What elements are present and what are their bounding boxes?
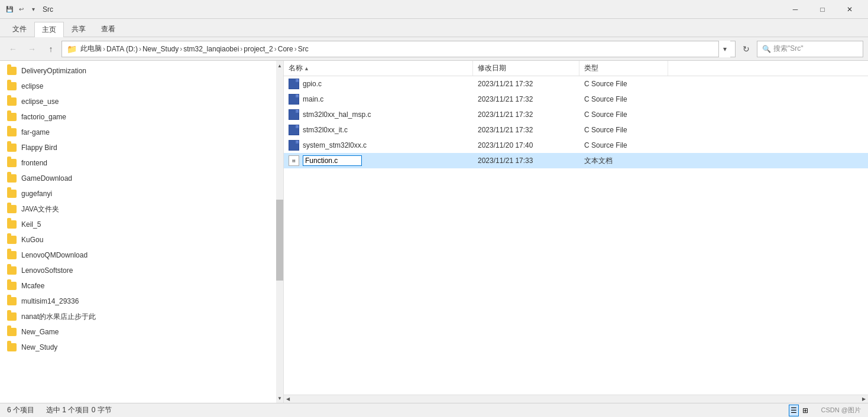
file-cell-type-hal-msp: C Source File — [579, 107, 668, 122]
sidebar-scroll-up[interactable]: ▲ — [276, 61, 283, 70]
sidebar-scroll-thumb[interactable] — [276, 200, 283, 281]
path-project[interactable]: project_2 — [244, 45, 273, 53]
sidebar-label-15: multisim14_29336 — [21, 297, 79, 305]
sidebar-scroll-down[interactable]: ▼ — [276, 393, 283, 403]
address-dropdown-button[interactable]: ▾ — [718, 41, 730, 57]
tab-file[interactable]: 文件 — [5, 21, 34, 37]
folder-icon-8 — [7, 190, 17, 198]
file-cell-name-hal-msp: stm32l0xx_hal_msp.c — [284, 107, 473, 122]
file-row-hal-msp[interactable]: stm32l0xx_hal_msp.c 2023/11/21 17:32 C S… — [284, 107, 868, 122]
sidebar-item-gamedownload[interactable]: GameDownload — [0, 171, 283, 186]
status-selected: 选中 1 个项目 0 字节 — [46, 405, 112, 415]
up-button[interactable]: ↑ — [43, 41, 59, 57]
file-row-function[interactable]: ▤ 2023/11/21 17:33 文本文档 — [284, 153, 868, 168]
sidebar-item-keil5[interactable]: Keil_5 — [0, 217, 283, 232]
view-grid-icon[interactable]: ⊞ — [801, 405, 809, 416]
sidebar-item-flappy-bird[interactable]: Flappy Bird — [0, 140, 283, 155]
back-button[interactable]: ← — [5, 41, 21, 57]
status-count: 6 个项目 — [7, 405, 34, 415]
sidebar-item-eclipse[interactable]: eclipse — [0, 79, 283, 94]
path-sep-1: › — [139, 45, 141, 53]
dropdown-quick-icon[interactable]: ▾ — [28, 5, 38, 14]
save-quick-icon[interactable]: 💾 — [5, 5, 14, 14]
maximize-button[interactable]: □ — [809, 0, 836, 19]
rename-input-function[interactable] — [303, 155, 362, 166]
search-box[interactable]: 🔍 搜索"Src" — [757, 41, 863, 57]
file-row-main[interactable]: main.c 2023/11/21 17:32 C Source File — [284, 92, 868, 107]
minimize-button[interactable]: ─ — [782, 0, 809, 19]
address-box[interactable]: 📁 此电脑 › DATA (D:) › New_Study › stm32_la… — [61, 41, 736, 57]
title-bar: 💾 ↩ ▾ Src ─ □ ✕ — [0, 0, 868, 19]
folder-icon-18 — [7, 343, 17, 351]
c-file-icon-it — [289, 125, 299, 135]
forward-button[interactable]: → — [24, 41, 40, 57]
sidebar-item-lenovoqm[interactable]: LenovoQMDownload — [0, 247, 283, 263]
path-sep-4: › — [274, 45, 277, 53]
header-name[interactable]: 名称 ▲ — [284, 61, 473, 76]
folder-icon-9 — [7, 205, 17, 213]
sidebar-label-6: frontend — [21, 159, 47, 167]
file-cell-type-function: 文本文档 — [579, 153, 668, 168]
refresh-button[interactable]: ↻ — [738, 41, 754, 57]
header-type[interactable]: 类型 — [579, 61, 668, 76]
sidebar-item-nanat[interactable]: nanat的水果店止步于此 — [0, 309, 283, 324]
c-file-icon-system — [289, 140, 299, 151]
sidebar-scroll[interactable]: DeliveryOptimization eclipse eclipse_use… — [0, 61, 283, 403]
close-button[interactable]: ✕ — [836, 0, 863, 19]
sidebar-item-eclipse-use[interactable]: eclipse_use — [0, 94, 283, 109]
path-stm32[interactable]: stm32_lanqiaobei — [183, 45, 239, 53]
file-cell-type-main: C Source File — [579, 92, 668, 107]
sidebar-item-gugefanyi[interactable]: gugefanyi — [0, 186, 283, 201]
file-row-gpio[interactable]: gpio.c 2023/11/21 17:32 C Source File — [284, 76, 868, 92]
sidebar-item-multisim[interactable]: multisim14_29336 — [0, 294, 283, 309]
sidebar: DeliveryOptimization eclipse eclipse_use… — [0, 61, 284, 403]
file-cell-date-system: 2023/11/20 17:40 — [473, 138, 579, 153]
path-data[interactable]: DATA (D:) — [106, 45, 138, 53]
file-row-it[interactable]: stm32l0xx_it.c 2023/11/21 17:32 C Source… — [284, 122, 868, 138]
file-name-system: system_stm32l0xx.c — [303, 141, 367, 149]
file-cell-type-system: C Source File — [579, 138, 668, 153]
tab-view[interactable]: 查看 — [93, 21, 123, 37]
path-newstudy[interactable]: New_Study — [142, 45, 179, 53]
hscroll-right-button[interactable]: ▶ — [860, 395, 868, 403]
tab-share[interactable]: 共享 — [64, 21, 93, 37]
path-core[interactable]: Core — [278, 45, 293, 53]
bottom-right-label: CSDN @图片 — [821, 406, 861, 415]
sidebar-scrollbar[interactable]: ▲ ▼ — [276, 61, 283, 403]
folder-icon-address: 📁 — [67, 44, 77, 54]
file-cell-name-it: stm32l0xx_it.c — [284, 122, 473, 138]
sidebar-item-deliveryoptimization[interactable]: DeliveryOptimization — [0, 63, 283, 79]
tab-home[interactable]: 主页 — [34, 22, 64, 37]
file-cell-name-gpio: gpio.c — [284, 76, 473, 92]
hscroll-left-button[interactable]: ◀ — [284, 395, 292, 403]
sidebar-label-14: Mcafee — [21, 282, 44, 290]
folder-icon-16 — [7, 312, 17, 321]
file-cell-type-it: C Source File — [579, 122, 668, 138]
file-row-system[interactable]: system_stm32l0xx.c 2023/11/20 17:40 C So… — [284, 138, 868, 153]
folder-icon-0 — [7, 67, 17, 75]
file-cell-date-gpio: 2023/11/21 17:32 — [473, 76, 579, 92]
sidebar-label-13: LenovoSoftstore — [21, 266, 73, 275]
sidebar-item-lenovosoft[interactable]: LenovoSoftstore — [0, 263, 283, 278]
file-list-body: gpio.c 2023/11/21 17:32 C Source File ma… — [284, 76, 868, 395]
sidebar-item-far-game[interactable]: far-game — [0, 125, 283, 140]
undo-quick-icon[interactable]: ↩ — [17, 5, 26, 14]
sidebar-label-8: gugefanyi — [21, 190, 52, 198]
horizontal-scrollbar[interactable]: ◀ ▶ — [284, 395, 868, 403]
sidebar-item-java[interactable]: JAVA文件夹 — [0, 201, 283, 217]
sidebar-label-16: nanat的水果店止步于此 — [21, 312, 96, 322]
sidebar-item-new-game[interactable]: New_Game — [0, 324, 283, 340]
folder-icon-15 — [7, 297, 17, 305]
search-placeholder: 搜索"Src" — [773, 44, 804, 54]
sidebar-item-factorio[interactable]: factorio_game — [0, 109, 283, 125]
sidebar-item-mcafee[interactable]: Mcafee — [0, 278, 283, 294]
sidebar-item-new-study[interactable]: New_Study — [0, 340, 283, 355]
path-src[interactable]: Src — [298, 45, 309, 53]
sidebar-label-0: DeliveryOptimization — [21, 67, 86, 75]
view-details-icon[interactable]: ☰ — [789, 405, 799, 416]
search-icon: 🔍 — [762, 45, 771, 53]
sidebar-item-frontend[interactable]: frontend — [0, 155, 283, 171]
path-computer[interactable]: 此电脑 — [80, 44, 102, 54]
sidebar-item-kugou[interactable]: KuGou — [0, 232, 283, 247]
header-date[interactable]: 修改日期 — [473, 61, 579, 76]
